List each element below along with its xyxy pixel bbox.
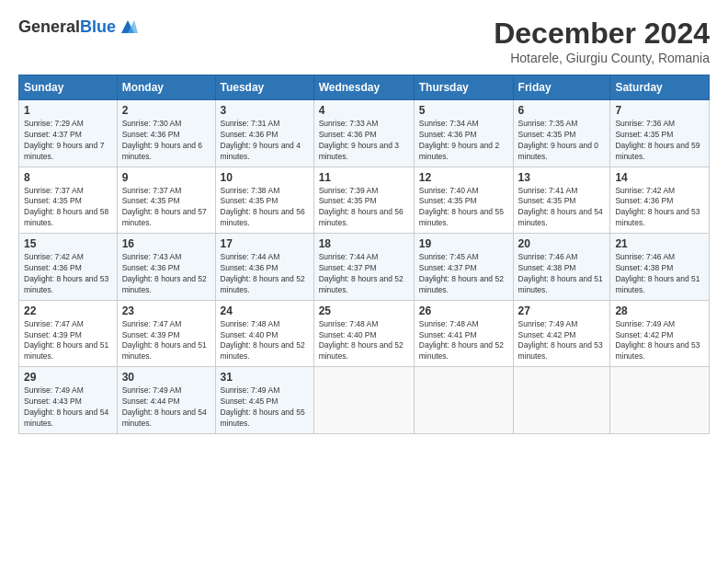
day-info: Sunrise: 7:48 AMSunset: 4:41 PMDaylight:… bbox=[419, 319, 508, 363]
day-info: Sunrise: 7:31 AMSunset: 4:36 PMDaylight:… bbox=[221, 119, 309, 163]
header-row: Sunday Monday Tuesday Wednesday Thursday… bbox=[19, 75, 710, 100]
calendar-cell: 20Sunrise: 7:46 AMSunset: 4:38 PMDayligh… bbox=[513, 234, 610, 301]
day-number: 10 bbox=[221, 171, 309, 184]
day-number: 3 bbox=[221, 104, 309, 117]
day-info: Sunrise: 7:29 AMSunset: 4:37 PMDaylight:… bbox=[24, 119, 112, 163]
day-info: Sunrise: 7:34 AMSunset: 4:36 PMDaylight:… bbox=[419, 119, 508, 163]
day-number: 4 bbox=[319, 104, 409, 117]
day-number: 2 bbox=[122, 104, 210, 117]
day-info: Sunrise: 7:48 AMSunset: 4:40 PMDaylight:… bbox=[221, 319, 309, 363]
day-info: Sunrise: 7:43 AMSunset: 4:36 PMDaylight:… bbox=[122, 252, 210, 296]
day-number: 6 bbox=[518, 104, 606, 117]
calendar-week-2: 15Sunrise: 7:42 AMSunset: 4:36 PMDayligh… bbox=[19, 234, 710, 301]
day-number: 14 bbox=[615, 171, 704, 184]
day-info: Sunrise: 7:49 AMSunset: 4:45 PMDaylight:… bbox=[221, 385, 309, 430]
day-info: Sunrise: 7:49 AMSunset: 4:44 PMDaylight:… bbox=[122, 385, 210, 430]
col-wednesday: Wednesday bbox=[313, 75, 414, 100]
col-friday: Friday bbox=[513, 75, 610, 100]
calendar-cell: 17Sunrise: 7:44 AMSunset: 4:36 PMDayligh… bbox=[215, 234, 313, 301]
day-number: 20 bbox=[518, 237, 606, 250]
day-info: Sunrise: 7:49 AMSunset: 4:42 PMDaylight:… bbox=[615, 319, 704, 363]
day-info: Sunrise: 7:35 AMSunset: 4:35 PMDaylight:… bbox=[518, 119, 606, 163]
calendar-cell: 18Sunrise: 7:44 AMSunset: 4:37 PMDayligh… bbox=[313, 234, 414, 301]
col-sunday: Sunday bbox=[19, 75, 118, 100]
calendar-body: 1Sunrise: 7:29 AMSunset: 4:37 PMDaylight… bbox=[19, 100, 710, 434]
calendar-cell: 5Sunrise: 7:34 AMSunset: 4:36 PMDaylight… bbox=[414, 100, 513, 167]
day-number: 13 bbox=[518, 171, 606, 184]
calendar-cell: 16Sunrise: 7:43 AMSunset: 4:36 PMDayligh… bbox=[117, 234, 215, 301]
calendar-cell: 3Sunrise: 7:31 AMSunset: 4:36 PMDaylight… bbox=[215, 100, 313, 167]
day-info: Sunrise: 7:41 AMSunset: 4:35 PMDaylight:… bbox=[518, 186, 606, 230]
calendar-cell: 4Sunrise: 7:33 AMSunset: 4:36 PMDaylight… bbox=[313, 100, 414, 167]
day-number: 27 bbox=[518, 304, 606, 317]
calendar-cell bbox=[610, 367, 710, 434]
day-number: 18 bbox=[319, 237, 409, 250]
day-info: Sunrise: 7:42 AMSunset: 4:36 PMDaylight:… bbox=[24, 252, 112, 296]
day-info: Sunrise: 7:45 AMSunset: 4:37 PMDaylight:… bbox=[419, 252, 508, 296]
day-number: 24 bbox=[221, 304, 309, 317]
calendar-table: Sunday Monday Tuesday Wednesday Thursday… bbox=[18, 75, 710, 434]
day-info: Sunrise: 7:44 AMSunset: 4:36 PMDaylight:… bbox=[221, 252, 309, 296]
calendar-cell: 26Sunrise: 7:48 AMSunset: 4:41 PMDayligh… bbox=[414, 300, 513, 367]
day-info: Sunrise: 7:46 AMSunset: 4:38 PMDaylight:… bbox=[518, 252, 606, 296]
calendar-cell: 10Sunrise: 7:38 AMSunset: 4:35 PMDayligh… bbox=[215, 167, 313, 234]
calendar-cell: 30Sunrise: 7:49 AMSunset: 4:44 PMDayligh… bbox=[117, 367, 215, 434]
day-number: 25 bbox=[319, 304, 409, 317]
day-number: 29 bbox=[24, 371, 112, 384]
day-number: 16 bbox=[122, 237, 210, 250]
calendar-cell: 1Sunrise: 7:29 AMSunset: 4:37 PMDaylight… bbox=[19, 100, 118, 167]
day-number: 19 bbox=[419, 237, 508, 250]
day-number: 7 bbox=[615, 104, 704, 117]
day-info: Sunrise: 7:36 AMSunset: 4:35 PMDaylight:… bbox=[615, 119, 704, 163]
calendar-cell: 25Sunrise: 7:48 AMSunset: 4:40 PMDayligh… bbox=[313, 300, 414, 367]
day-info: Sunrise: 7:40 AMSunset: 4:35 PMDaylight:… bbox=[419, 186, 508, 230]
day-info: Sunrise: 7:37 AMSunset: 4:35 PMDaylight:… bbox=[24, 186, 112, 230]
logo-general-text: General bbox=[18, 17, 80, 36]
day-number: 22 bbox=[24, 304, 112, 317]
calendar-cell: 24Sunrise: 7:48 AMSunset: 4:40 PMDayligh… bbox=[215, 300, 313, 367]
day-number: 8 bbox=[24, 171, 112, 184]
calendar-week-1: 8Sunrise: 7:37 AMSunset: 4:35 PMDaylight… bbox=[19, 167, 710, 234]
day-info: Sunrise: 7:39 AMSunset: 4:35 PMDaylight:… bbox=[319, 186, 409, 230]
logo-general: GeneralBlue bbox=[18, 17, 116, 37]
calendar-cell: 6Sunrise: 7:35 AMSunset: 4:35 PMDaylight… bbox=[513, 100, 610, 167]
calendar-cell: 23Sunrise: 7:47 AMSunset: 4:39 PMDayligh… bbox=[117, 300, 215, 367]
calendar-cell bbox=[414, 367, 513, 434]
day-number: 5 bbox=[419, 104, 508, 117]
day-number: 11 bbox=[319, 171, 409, 184]
day-info: Sunrise: 7:38 AMSunset: 4:35 PMDaylight:… bbox=[221, 186, 309, 230]
calendar-cell: 19Sunrise: 7:45 AMSunset: 4:37 PMDayligh… bbox=[414, 234, 513, 301]
col-tuesday: Tuesday bbox=[215, 75, 313, 100]
day-number: 23 bbox=[122, 304, 210, 317]
calendar-cell: 11Sunrise: 7:39 AMSunset: 4:35 PMDayligh… bbox=[313, 167, 414, 234]
header: GeneralBlue December 2024 Hotarele, Giur… bbox=[18, 17, 710, 65]
day-info: Sunrise: 7:47 AMSunset: 4:39 PMDaylight:… bbox=[122, 319, 210, 363]
day-number: 21 bbox=[615, 237, 704, 250]
day-info: Sunrise: 7:49 AMSunset: 4:43 PMDaylight:… bbox=[24, 385, 112, 430]
day-number: 17 bbox=[221, 237, 309, 250]
calendar-cell: 27Sunrise: 7:49 AMSunset: 4:42 PMDayligh… bbox=[513, 300, 610, 367]
col-thursday: Thursday bbox=[414, 75, 513, 100]
day-info: Sunrise: 7:42 AMSunset: 4:36 PMDaylight:… bbox=[615, 186, 704, 230]
month-title: December 2024 bbox=[494, 17, 710, 51]
day-number: 15 bbox=[24, 237, 112, 250]
day-info: Sunrise: 7:33 AMSunset: 4:36 PMDaylight:… bbox=[319, 119, 409, 163]
title-area: December 2024 Hotarele, Giurgiu County, … bbox=[494, 17, 710, 65]
calendar-cell: 29Sunrise: 7:49 AMSunset: 4:43 PMDayligh… bbox=[19, 367, 118, 434]
calendar-cell bbox=[513, 367, 610, 434]
col-monday: Monday bbox=[117, 75, 215, 100]
day-info: Sunrise: 7:48 AMSunset: 4:40 PMDaylight:… bbox=[319, 319, 409, 363]
day-info: Sunrise: 7:37 AMSunset: 4:35 PMDaylight:… bbox=[122, 186, 210, 230]
calendar-cell: 8Sunrise: 7:37 AMSunset: 4:35 PMDaylight… bbox=[19, 167, 118, 234]
calendar-week-0: 1Sunrise: 7:29 AMSunset: 4:37 PMDaylight… bbox=[19, 100, 710, 167]
day-number: 30 bbox=[122, 371, 210, 384]
main-container: GeneralBlue December 2024 Hotarele, Giur… bbox=[0, 0, 728, 443]
calendar-cell: 15Sunrise: 7:42 AMSunset: 4:36 PMDayligh… bbox=[19, 234, 118, 301]
calendar-cell: 31Sunrise: 7:49 AMSunset: 4:45 PMDayligh… bbox=[215, 367, 313, 434]
logo: GeneralBlue bbox=[18, 17, 138, 37]
calendar-cell: 2Sunrise: 7:30 AMSunset: 4:36 PMDaylight… bbox=[117, 100, 215, 167]
calendar-cell: 28Sunrise: 7:49 AMSunset: 4:42 PMDayligh… bbox=[610, 300, 710, 367]
calendar-header: Sunday Monday Tuesday Wednesday Thursday… bbox=[19, 75, 710, 100]
calendar-cell: 14Sunrise: 7:42 AMSunset: 4:36 PMDayligh… bbox=[610, 167, 710, 234]
day-info: Sunrise: 7:49 AMSunset: 4:42 PMDaylight:… bbox=[518, 319, 606, 363]
